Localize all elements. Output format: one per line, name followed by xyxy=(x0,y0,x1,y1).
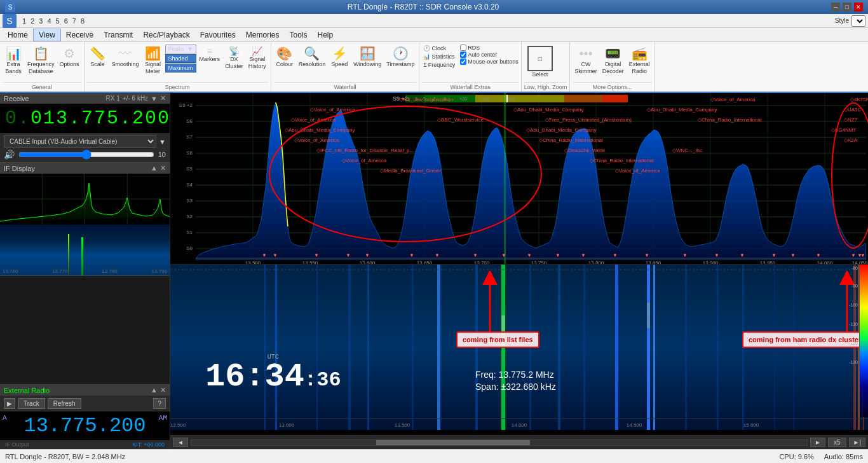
ext-radio-sub-info: IF Output KIT: +00.000 xyxy=(0,440,170,449)
ext-radio-play[interactable]: ▶ xyxy=(4,398,15,409)
scroll-track[interactable] xyxy=(191,439,808,446)
refresh-button[interactable]: Refresh xyxy=(48,398,81,409)
mouse-over-check-input[interactable] xyxy=(460,59,466,65)
ribbon-speed[interactable]: ⚡ Speed xyxy=(329,45,350,69)
qa-btn-7[interactable]: 7 xyxy=(71,16,78,26)
svg-rect-120 xyxy=(653,265,655,430)
ribbon-options[interactable]: ⚙ Options xyxy=(58,45,81,69)
scroll-thumb[interactable] xyxy=(376,440,530,445)
qa-btn-2[interactable]: 2 xyxy=(29,16,36,26)
scroll-left-button[interactable]: ◄ xyxy=(173,438,188,447)
ribbon-timestamp[interactable]: 🕐 Timestamp xyxy=(384,45,416,69)
waterfall-display: 12.500 13.000 13.500 14.000 14.500 15.00… xyxy=(170,265,868,435)
qa-btn-8[interactable]: 8 xyxy=(79,16,86,26)
menu-receive[interactable]: Receive xyxy=(61,29,98,41)
audio-status: Audio: 85ms xyxy=(824,453,863,460)
menu-transmit[interactable]: Transmit xyxy=(98,29,138,41)
peaks-dropdown[interactable]: Peaks▼ xyxy=(165,45,196,53)
rds-checkbox[interactable]: RDS xyxy=(460,45,519,51)
svg-rect-121 xyxy=(685,265,687,430)
ribbon-signal-history[interactable]: 📈 SignalHistory xyxy=(247,45,268,71)
qa-btn-4[interactable]: 4 xyxy=(45,16,53,26)
svg-rect-127 xyxy=(647,303,650,328)
ribbon-cw-skimmer[interactable]: ••• CWSkimmer xyxy=(573,45,599,76)
maximum-button[interactable]: Maximum xyxy=(165,64,196,73)
ext-radio-if-output: IF Output xyxy=(5,441,29,448)
ext-radio-collapse[interactable]: ▲ xyxy=(151,386,158,394)
ribbon-statistics[interactable]: 📊 Statistics xyxy=(422,53,456,60)
zoom-in-button[interactable]: ►| xyxy=(849,438,866,447)
if-mini-spectrum xyxy=(0,174,170,225)
rds-check-input[interactable] xyxy=(460,45,466,51)
ribbon-colour[interactable]: 🎨 Colour xyxy=(274,45,295,69)
input-select[interactable]: CABLE Input (VB-Audio Virtual Cable) xyxy=(4,135,156,148)
auto-center-check-input[interactable] xyxy=(460,52,466,58)
db-color-scale: -80 -90 -100 -110 -120 -130 xyxy=(850,265,868,417)
svg-text:15.000: 15.000 xyxy=(743,422,759,428)
shaded-button[interactable]: Shaded xyxy=(165,54,196,63)
ext-radio-help[interactable]: ? xyxy=(153,398,166,409)
menu-view[interactable]: View xyxy=(33,29,61,41)
auto-center-checkbox[interactable]: Auto center xyxy=(460,52,519,58)
svg-rect-51 xyxy=(564,95,602,102)
menu-home[interactable]: Home xyxy=(3,29,33,41)
menu-tools[interactable]: Tools xyxy=(285,29,313,41)
svg-rect-109 xyxy=(412,265,414,430)
quick-access-toolbar: S 1 2 3 4 5 6 7 8 Style xyxy=(0,14,868,28)
svg-text:13.900: 13.900 xyxy=(703,260,719,265)
ribbon-select[interactable]: □ Select xyxy=(524,45,556,79)
ribbon-dx-cluster[interactable]: 📡 DXCluster xyxy=(223,45,245,71)
receive-collapse[interactable]: ▼ xyxy=(151,95,158,102)
minimize-button[interactable]: ─ xyxy=(831,3,840,11)
qa-btn-5[interactable]: 5 xyxy=(54,16,62,26)
menu-memories[interactable]: Memories xyxy=(241,29,285,41)
time-display: UTC 16:34:36 xyxy=(205,354,341,394)
markers-icon: ≡ xyxy=(207,46,212,56)
svg-text:▼: ▼ xyxy=(273,252,278,258)
track-button[interactable]: Track xyxy=(18,398,45,409)
ribbon-group-zoom-label: Low, High, Zoom xyxy=(524,82,567,92)
ext-radio-close[interactable]: ✕ xyxy=(160,386,166,394)
mouse-over-checkbox[interactable]: Mouse-over buttons xyxy=(460,59,519,65)
ribbon-scale[interactable]: 📏 Scale xyxy=(87,45,109,69)
scroll-right-button[interactable]: ► xyxy=(810,438,825,447)
menu-help[interactable]: Help xyxy=(313,29,339,41)
svg-rect-110 xyxy=(437,265,440,430)
ribbon-extra-bands[interactable]: 📊 ExtraBands xyxy=(3,45,24,76)
close-button[interactable]: ✕ xyxy=(854,3,863,11)
freq-main: 013.775.200 xyxy=(31,107,170,129)
qa-btn-3[interactable]: 3 xyxy=(37,16,44,26)
maximize-button[interactable]: □ xyxy=(843,3,851,11)
svg-text:13.600: 13.600 xyxy=(360,260,376,265)
volume-slider[interactable] xyxy=(18,149,154,160)
app-icon: S xyxy=(5,2,15,12)
menu-recplayback[interactable]: Rec/Playback xyxy=(138,29,194,41)
db-90: -90 xyxy=(851,284,858,288)
extra-bands-icon: 📊 xyxy=(6,46,22,61)
zoom-level[interactable]: x5 xyxy=(828,438,846,447)
smoothing-icon: 〰 xyxy=(119,46,132,61)
ribbon-smoothing[interactable]: 〰 Smoothing xyxy=(110,45,141,69)
ribbon-signal-meter[interactable]: 📶 SignalMeter xyxy=(142,45,164,76)
ribbon-markers[interactable]: ≡ Markers xyxy=(198,45,222,64)
if-display-close[interactable]: ✕ xyxy=(160,164,166,172)
svg-text:▼: ▼ xyxy=(851,252,856,258)
menu-favourites[interactable]: Favourites xyxy=(195,29,241,41)
ribbon-frequency[interactable]: Σ Frequency xyxy=(422,61,456,69)
svg-text:▼: ▼ xyxy=(816,252,821,258)
ribbon-freq-database[interactable]: 📋 FrequencyDatabase xyxy=(25,45,57,76)
signal-history-icon: 📈 xyxy=(252,46,262,56)
if-display-collapse[interactable]: ▲ xyxy=(151,164,158,172)
svg-text:▼: ▼ xyxy=(714,252,719,258)
ribbon-windowing[interactable]: 🪟 Windowing xyxy=(351,45,383,69)
ribbon-external-radio[interactable]: 📻 ExternalRadio xyxy=(627,45,652,76)
style-dropdown[interactable] xyxy=(851,15,865,27)
ribbon-resolution[interactable]: 🔍 Resolution xyxy=(297,45,328,69)
app-logo-button[interactable]: S xyxy=(3,14,17,28)
qa-btn-6[interactable]: 6 xyxy=(62,16,70,26)
ribbon-digital-decoder[interactable]: 📟 DigitalDecoder xyxy=(600,45,626,76)
receive-close[interactable]: ✕ xyxy=(160,94,166,102)
qa-btn-1[interactable]: 1 xyxy=(20,16,28,26)
svg-text:S4: S4 xyxy=(186,182,193,188)
ribbon-clock[interactable]: 🕐 Clock xyxy=(422,45,456,52)
